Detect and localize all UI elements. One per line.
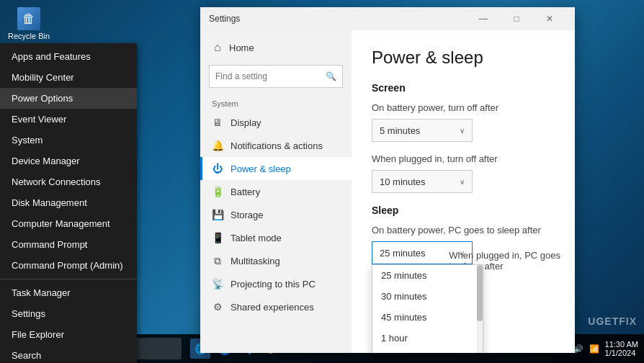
dropdown-item-30[interactable]: 30 minutes xyxy=(372,286,483,307)
nav-item-multitasking[interactable]: ⧉ Multitasking xyxy=(200,249,352,272)
context-menu-divider-1 xyxy=(0,279,137,279)
recycle-bin-image: 🗑 xyxy=(17,7,40,30)
nav-item-projecting[interactable]: 📡 Projecting to this PC xyxy=(200,272,352,295)
maximize-button[interactable]: □ xyxy=(500,7,533,30)
sleep-section-title: Sleep xyxy=(372,205,555,216)
ugetfix-watermark: UGETFIX xyxy=(588,315,637,327)
sleep-battery-label: On battery power, PC goes to sleep after xyxy=(372,225,555,236)
sleep-battery-value: 25 minutes xyxy=(380,248,426,259)
context-menu-item-system[interactable]: System xyxy=(0,130,137,151)
nav-item-shared[interactable]: ⚙ Shared experiences xyxy=(200,295,352,318)
nav-item-tablet[interactable]: 📱 Tablet mode xyxy=(200,226,352,249)
nav-home-label: Home xyxy=(229,42,254,53)
plugged-screen-value: 10 minutes xyxy=(380,176,426,187)
context-menu-item-disk[interactable]: Disk Management xyxy=(0,192,137,213)
search-icon: 🔍 xyxy=(326,71,336,81)
context-menu-item-cmd-admin[interactable]: Command Prompt (Admin) xyxy=(0,255,137,276)
dropdown-item-45[interactable]: 45 minutes xyxy=(372,307,483,328)
power-icon: ⏻ xyxy=(212,163,223,174)
nav-item-display[interactable]: 🖥 Display xyxy=(200,111,352,134)
settings-nav: ⌂ Home 🔍 System 🖥 Display 🔔 Notificat xyxy=(200,30,352,353)
screen-section-title: Screen xyxy=(372,82,555,94)
home-icon: ⌂ xyxy=(212,42,223,53)
window-controls: — □ ✕ xyxy=(467,7,566,30)
nav-item-notifications[interactable]: 🔔 Notifications & actions xyxy=(200,134,352,157)
desktop: 🗑 Recycle Bin Apps and Features Mobility… xyxy=(0,0,644,363)
plugged-screen-dropdown[interactable]: 10 minutes ∨ xyxy=(372,170,473,193)
context-menu-item-event[interactable]: Event Viewer xyxy=(0,109,137,130)
window-title: Settings xyxy=(209,14,467,24)
dropdown-item-1h[interactable]: 1 hour xyxy=(372,328,483,349)
context-menu-item-network[interactable]: Network Connections xyxy=(0,171,137,192)
battery-screen-label: On battery power, turn off after xyxy=(372,102,555,113)
window-titlebar: Settings — □ ✕ xyxy=(200,7,575,30)
context-menu-item-settings[interactable]: Settings xyxy=(0,303,137,324)
tablet-icon: 📱 xyxy=(212,232,223,243)
nav-item-storage[interactable]: 💾 Storage xyxy=(200,203,352,226)
search-input[interactable] xyxy=(215,71,326,81)
multitasking-icon: ⧉ xyxy=(212,255,223,266)
nav-item-home[interactable]: ⌂ Home xyxy=(200,36,352,59)
minimize-button[interactable]: — xyxy=(467,7,500,30)
dropdown-menu: 25 minutes 30 minutes 45 minutes 1 hour … xyxy=(372,264,483,353)
dropdown-item-2h[interactable]: 2 hours xyxy=(372,349,483,353)
battery-screen-value: 5 minutes xyxy=(380,125,420,136)
dropdown-scrollbar-thumb xyxy=(477,265,483,321)
tray-network[interactable]: 📶 xyxy=(589,344,599,354)
projecting-icon: 📡 xyxy=(212,278,223,290)
plugged-screen-label: When plugged in, turn off after xyxy=(372,153,555,164)
storage-icon: 💾 xyxy=(212,209,223,220)
tray-time: 11:30 AM1/1/2024 xyxy=(605,340,638,357)
dropdown-item-25[interactable]: 25 minutes xyxy=(372,265,483,286)
nav-search-box[interactable]: 🔍 xyxy=(209,65,343,88)
nav-item-battery[interactable]: 🔋 Battery xyxy=(200,180,352,203)
context-menu-item-power[interactable]: Power Options xyxy=(0,88,137,109)
context-menu: Apps and Features Mobility Center Power … xyxy=(0,43,137,363)
settings-body: ⌂ Home 🔍 System 🖥 Display 🔔 Notificat xyxy=(200,30,575,353)
context-menu-item-apps[interactable]: Apps and Features xyxy=(0,46,137,67)
shared-icon: ⚙ xyxy=(212,301,223,313)
plugged-screen-chevron-icon: ∨ xyxy=(460,178,465,186)
page-title: Power & sleep xyxy=(372,48,555,68)
nav-section-label: System xyxy=(200,94,352,111)
context-menu-item-computer[interactable]: Computer Management xyxy=(0,213,137,234)
notifications-icon: 🔔 xyxy=(212,140,223,151)
close-button[interactable]: ✕ xyxy=(533,7,566,30)
nav-item-power[interactable]: ⏻ Power & sleep xyxy=(200,157,352,180)
recycle-bin-icon: 🗑 Recycle Bin xyxy=(7,7,50,40)
context-menu-item-mobility[interactable]: Mobility Center xyxy=(0,67,137,88)
context-menu-item-cmd[interactable]: Command Prompt xyxy=(0,234,137,255)
context-menu-item-device[interactable]: Device Manager xyxy=(0,151,137,171)
context-menu-item-search[interactable]: Search xyxy=(0,345,137,363)
context-menu-item-explorer[interactable]: File Explorer xyxy=(0,324,137,345)
context-menu-item-task[interactable]: Task Manager xyxy=(0,282,137,303)
display-icon: 🖥 xyxy=(212,117,223,128)
battery-icon: 🔋 xyxy=(212,186,223,197)
battery-screen-chevron-icon: ∨ xyxy=(460,127,465,135)
settings-content: Power & sleep Screen On battery power, t… xyxy=(352,30,575,353)
dropdown-scrollbar[interactable] xyxy=(477,265,483,353)
recycle-bin-label: Recycle Bin xyxy=(8,32,50,40)
battery-screen-dropdown[interactable]: 5 minutes ∨ xyxy=(372,119,473,142)
settings-window: Settings — □ ✕ ⌂ Home 🔍 xyxy=(200,7,575,353)
